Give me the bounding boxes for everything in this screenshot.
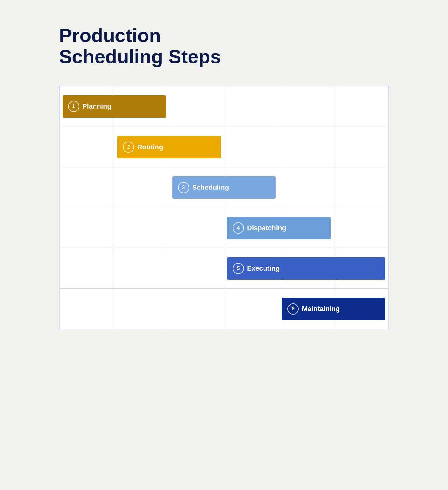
step-label-5: Executing [247, 264, 280, 273]
step-label-6: Maintaining [302, 305, 340, 313]
step-number-3: 3 [178, 182, 189, 193]
step-bar-6: 6Maintaining [282, 298, 385, 320]
step-number-4: 4 [233, 222, 244, 234]
step-number-2: 2 [123, 142, 134, 153]
page-title: ProductionScheduling Steps [59, 25, 389, 67]
step-number-1: 1 [68, 101, 79, 112]
page-container: ProductionScheduling Steps 1Planning2Rou… [59, 25, 389, 465]
chart-row-5: 5Executing [59, 248, 389, 289]
step-bar-1: 1Planning [63, 95, 166, 118]
step-bar-2: 2Routing [117, 136, 221, 158]
chart-container: 1Planning2Routing3Scheduling4Dispatching… [59, 86, 389, 329]
step-label-2: Routing [137, 143, 163, 151]
step-bar-3: 3Scheduling [172, 176, 276, 199]
chart-row-1: 1Planning [59, 86, 389, 127]
step-bar-5: 5Executing [227, 257, 385, 280]
step-label-1: Planning [82, 102, 111, 110]
step-number-5: 5 [233, 263, 244, 274]
chart-row-2: 2Routing [59, 127, 389, 167]
chart-row-3: 3Scheduling [59, 167, 389, 208]
step-label-4: Dispatching [247, 224, 286, 232]
chart-row-6: 6Maintaining [59, 289, 389, 329]
bars-overlay: 1Planning2Routing3Scheduling4Dispatching… [59, 86, 389, 329]
step-bar-4: 4Dispatching [227, 217, 331, 239]
step-number-6: 6 [287, 303, 299, 315]
step-label-3: Scheduling [192, 184, 229, 192]
chart-row-4: 4Dispatching [59, 208, 389, 248]
